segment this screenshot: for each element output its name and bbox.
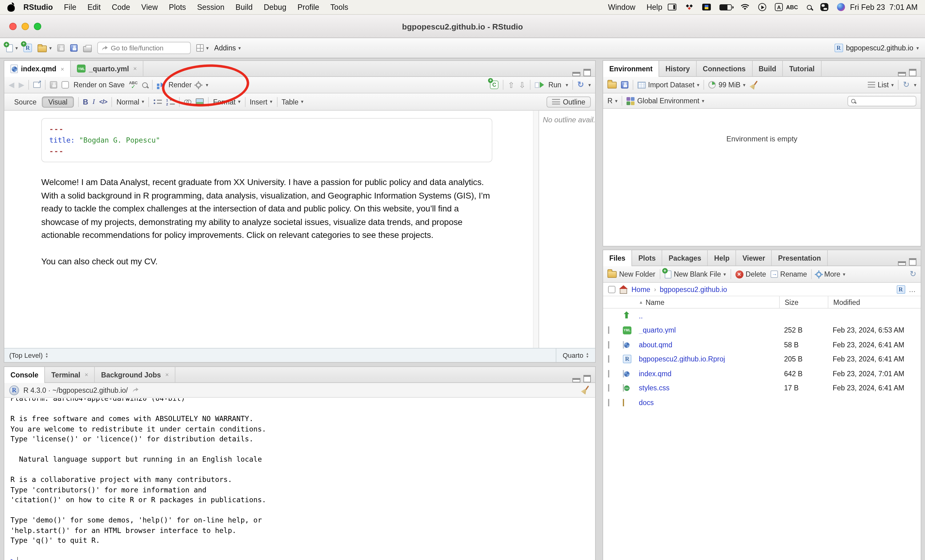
- bullet-list-icon[interactable]: [154, 98, 162, 105]
- tab-presentation[interactable]: Presentation: [772, 250, 827, 266]
- popout-icon[interactable]: [33, 82, 41, 88]
- render-options-caret[interactable]: ▾: [206, 82, 208, 88]
- minimize-pane-icon[interactable]: [898, 72, 906, 76]
- menu-view[interactable]: View: [136, 3, 163, 11]
- goto-file-search[interactable]: [97, 42, 191, 54]
- control-center-icon[interactable]: [820, 3, 828, 11]
- memory-usage-menu[interactable]: 99 MiB▾: [709, 81, 746, 89]
- yaml-block[interactable]: --- title: "Bogdan G. Popescu" ---: [41, 118, 493, 162]
- tab-index-qmd[interactable]: index.qmd×: [4, 61, 71, 77]
- file-row[interactable]: index.qmd 642 B Feb 23, 2024, 7:01 AM: [603, 366, 921, 381]
- file-checkbox[interactable]: [608, 341, 609, 348]
- file-row[interactable]: YML _quarto.yml 252 B Feb 23, 2024, 6:53…: [603, 323, 921, 338]
- outline-toggle-button[interactable]: Outline: [546, 96, 591, 107]
- new-project-button[interactable]: R: [23, 44, 32, 52]
- menu-plots[interactable]: Plots: [163, 3, 192, 11]
- render-button[interactable]: Render: [168, 81, 191, 89]
- save-all-button[interactable]: [70, 44, 78, 52]
- minimize-pane-icon[interactable]: [572, 72, 580, 76]
- editor-paragraph-2[interactable]: You can also check out my CV.: [41, 255, 493, 268]
- italic-button[interactable]: I: [92, 97, 95, 107]
- run-previous-icon[interactable]: ⇧: [508, 80, 515, 89]
- file-row[interactable]: docs: [603, 395, 921, 410]
- siri-icon[interactable]: [837, 3, 845, 11]
- scope-selector[interactable]: (Top Level) ▲▼: [4, 351, 556, 359]
- tab-terminal[interactable]: Terminal×: [45, 367, 95, 382]
- rproj-indicator-icon[interactable]: R: [896, 285, 905, 294]
- file-checkbox[interactable]: [608, 370, 609, 377]
- editor-scrollbar[interactable]: [533, 111, 538, 348]
- print-button[interactable]: [83, 44, 92, 52]
- file-checkbox[interactable]: [608, 384, 609, 392]
- source-mode-button[interactable]: Source: [9, 97, 42, 107]
- maximize-pane-icon[interactable]: [583, 375, 591, 382]
- tab-build[interactable]: Build: [752, 61, 783, 76]
- file-checkbox[interactable]: [608, 327, 609, 334]
- visual-editor[interactable]: --- title: "Bogdan G. Popescu" --- Welco…: [4, 111, 533, 348]
- rerun-options-caret[interactable]: ▾: [588, 82, 591, 88]
- refresh-options-caret[interactable]: ▾: [914, 82, 916, 88]
- spotlight-icon[interactable]: [806, 5, 812, 9]
- forward-icon[interactable]: ▶: [18, 81, 24, 89]
- column-modified[interactable]: Modified: [828, 296, 921, 308]
- project-selector[interactable]: R bgpopescu2.github.io▾: [834, 44, 919, 52]
- apple-icon[interactable]: [8, 3, 15, 12]
- tab-quarto-yml[interactable]: YML _quarto.yml×: [71, 61, 144, 76]
- save-doc-icon[interactable]: [50, 81, 57, 89]
- sidecar-icon[interactable]: [668, 4, 676, 11]
- rerun-icon[interactable]: ↻: [577, 81, 584, 89]
- save-workspace-icon[interactable]: [621, 81, 628, 89]
- workspace-panes-button[interactable]: ▾: [196, 44, 209, 52]
- tab-connections[interactable]: Connections: [697, 61, 752, 76]
- menu-file[interactable]: File: [59, 3, 82, 11]
- play-icon[interactable]: [758, 3, 766, 11]
- file-checkbox[interactable]: [608, 399, 609, 406]
- language-selector[interactable]: R▾: [607, 97, 618, 105]
- breadcrumb-project[interactable]: bgpopescu2.github.io: [660, 285, 727, 293]
- menu-edit[interactable]: Edit: [82, 3, 106, 11]
- table-menu[interactable]: Table▾: [282, 98, 303, 105]
- open-file-button[interactable]: ▾: [38, 44, 52, 52]
- new-folder-button[interactable]: New Folder: [607, 270, 655, 278]
- breadcrumb-home[interactable]: Home: [631, 285, 650, 293]
- numbered-list-icon[interactable]: 12: [166, 98, 175, 105]
- menu-profile[interactable]: Profile: [292, 3, 325, 11]
- paragraph-style-select[interactable]: Normal▾: [116, 98, 144, 105]
- file-row[interactable]: about.qmd 58 B Feb 23, 2024, 6:41 AM: [603, 338, 921, 352]
- tab-viewer[interactable]: Viewer: [737, 250, 772, 266]
- tab-console[interactable]: Console: [4, 367, 45, 383]
- menu-window[interactable]: Window: [603, 3, 641, 11]
- clear-environment-icon[interactable]: [750, 80, 759, 89]
- close-tab-icon[interactable]: ×: [165, 371, 169, 378]
- import-dataset-menu[interactable]: Import Dataset▾: [637, 81, 699, 89]
- tidal-icon[interactable]: [685, 3, 694, 11]
- back-icon[interactable]: ◀: [9, 81, 14, 89]
- menu-tools[interactable]: Tools: [325, 3, 354, 11]
- console-output[interactable]: Platform: aarch64-apple-darwin20 (64-bit…: [4, 398, 595, 560]
- file-row[interactable]: R bgpopescu2.github.io.Rproj 205 B Feb 2…: [603, 352, 921, 366]
- tab-environment[interactable]: Environment: [603, 61, 660, 77]
- spellcheck-icon[interactable]: ABC✓: [129, 81, 137, 89]
- find-replace-icon[interactable]: [142, 82, 148, 88]
- column-size[interactable]: Size: [779, 296, 833, 308]
- close-tab-icon[interactable]: ×: [60, 66, 64, 72]
- clear-console-icon[interactable]: [581, 386, 590, 395]
- menu-code[interactable]: Code: [106, 3, 136, 11]
- input-abc-label[interactable]: ABC: [786, 4, 798, 10]
- close-tab-icon[interactable]: ×: [84, 371, 88, 378]
- insert-menu[interactable]: Insert▾: [250, 98, 272, 105]
- save-button[interactable]: [57, 44, 65, 52]
- maximize-pane-icon[interactable]: [909, 69, 916, 76]
- tab-files[interactable]: Files: [603, 250, 632, 266]
- minimize-pane-icon[interactable]: [572, 378, 580, 382]
- open-in-files-icon[interactable]: [132, 387, 139, 393]
- goto-file-input[interactable]: [111, 44, 178, 52]
- doc-format-selector[interactable]: Quarto ▲▼: [556, 348, 595, 362]
- image-icon[interactable]: [196, 98, 204, 105]
- tab-packages[interactable]: Packages: [663, 250, 708, 266]
- home-icon[interactable]: [619, 285, 628, 293]
- maximize-pane-icon[interactable]: [583, 69, 591, 76]
- environment-search-input[interactable]: [858, 97, 913, 105]
- file-row-up[interactable]: ..: [603, 309, 921, 323]
- refresh-environment-icon[interactable]: ↻: [903, 81, 910, 89]
